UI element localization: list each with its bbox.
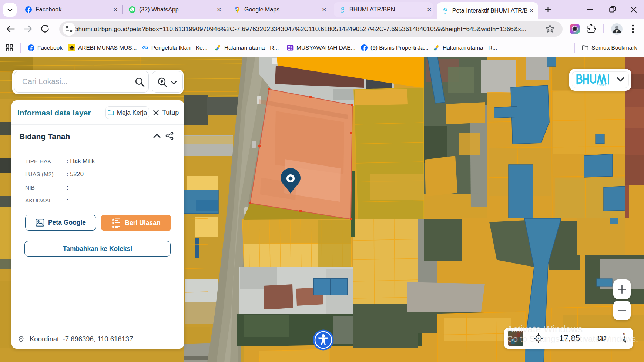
svg-text:N: N (623, 333, 625, 336)
svg-text:AREBI: AREBI (70, 48, 74, 50)
svg-text:ATR/BPN: ATR/BPN (599, 84, 606, 86)
